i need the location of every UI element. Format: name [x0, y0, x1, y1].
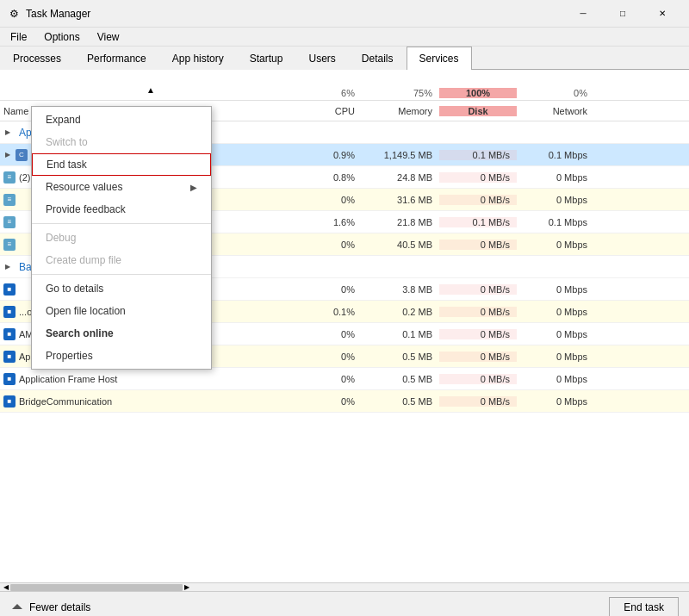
ctx-switch-to: Switch to	[32, 131, 211, 153]
svc4-memory: 0.5 MB	[362, 396, 439, 407]
svc3-network: 0 Mbps	[517, 374, 594, 384]
bg2-network: 0 Mbps	[517, 307, 594, 317]
svc1-memory: 0.1 MB	[362, 329, 439, 339]
row1-cpu: 0.9%	[301, 150, 362, 160]
ctx-end-task[interactable]: End task	[32, 153, 211, 176]
svc4-disk: 0 MB/s	[439, 396, 517, 407]
row2-icon: ≡	[3, 171, 16, 184]
ctx-properties[interactable]: Properties	[32, 345, 211, 367]
row3-disk: 0 MB/s	[439, 195, 517, 205]
sort-arrow[interactable]: ▲	[143, 81, 158, 98]
close-button[interactable]: ✕	[642, 0, 682, 28]
status-bar: Fewer details End task	[0, 591, 689, 616]
minimize-button[interactable]: ─	[563, 0, 603, 28]
tab-services[interactable]: Services	[407, 47, 472, 70]
svc2-memory: 0.5 MB	[362, 352, 439, 362]
stats-header: ▲ 6% 75% 100% 0%	[0, 70, 689, 101]
menu-view[interactable]: View	[90, 29, 127, 45]
stats-empty: ▲	[0, 81, 301, 98]
ctx-resource-values[interactable]: Resource values ▶	[32, 176, 211, 198]
tab-startup[interactable]: Startup	[237, 47, 296, 70]
svc4-cpu: 0%	[301, 396, 362, 407]
apps-expand-arrow[interactable]: ▶	[3, 128, 12, 137]
row4-memory: 21.8 MB	[362, 217, 439, 227]
svc1-icon: ■	[3, 328, 16, 340]
bg-expand-arrow[interactable]: ▶	[3, 263, 12, 271]
row5-disk: 0 MB/s	[439, 240, 517, 250]
ctx-go-to-details[interactable]: Go to details	[32, 277, 211, 300]
svc3-cpu: 0%	[301, 374, 362, 384]
fewer-details-button[interactable]: Fewer details	[10, 600, 90, 614]
ctx-create-dump: Create dump file	[32, 249, 211, 271]
row4-icon: ≡	[3, 216, 16, 228]
row5-memory: 40.5 MB	[362, 240, 439, 250]
row2-memory: 24.8 MB	[362, 172, 439, 183]
col-cpu[interactable]: CPU	[301, 106, 362, 116]
menu-file[interactable]: File	[3, 29, 34, 45]
row4-network: 0.1 Mbps	[517, 217, 594, 227]
col-disk[interactable]: Disk	[439, 106, 517, 116]
row5-icon: ≡	[3, 239, 16, 251]
row1-memory: 1,149.5 MB	[362, 150, 439, 160]
bg1-memory: 3.8 MB	[362, 284, 439, 295]
col-network[interactable]: Network	[517, 106, 594, 116]
bg1-icon: ■	[3, 283, 16, 296]
ctx-separator1	[32, 223, 211, 224]
tab-app-history[interactable]: App history	[159, 47, 237, 70]
bg2-icon: ■	[3, 306, 16, 318]
row3-memory: 31.6 MB	[362, 195, 439, 205]
tab-users[interactable]: Users	[295, 47, 348, 70]
bg2-memory: 0.2 MB	[362, 307, 439, 317]
svc1-network: 0 Mbps	[517, 329, 594, 339]
tab-details[interactable]: Details	[349, 47, 407, 70]
fewer-details-icon	[10, 600, 24, 614]
window-controls: ─ □ ✕	[563, 0, 682, 28]
row5-network: 0 Mbps	[517, 240, 594, 250]
bg-section-label: Ba	[16, 261, 32, 273]
resource-values-arrow: ▶	[190, 183, 197, 192]
svc4-icon: ■	[3, 395, 16, 408]
svc3-disk: 0 MB/s	[439, 374, 517, 384]
tab-performance[interactable]: Performance	[74, 47, 159, 70]
row3-cpu: 0%	[301, 195, 362, 205]
scroll-right-arrow[interactable]: ▶	[183, 583, 191, 592]
ctx-provide-feedback[interactable]: Provide feedback	[32, 198, 211, 221]
col-memory[interactable]: Memory	[362, 106, 439, 116]
scroll-left-arrow[interactable]: ◀	[2, 583, 10, 592]
bg1-network: 0 Mbps	[517, 284, 594, 295]
cpu-stat: 6%	[301, 88, 362, 98]
bg2-cpu: 0.1%	[301, 307, 362, 317]
tab-bar: Processes Performance App history Startu…	[0, 47, 689, 70]
ctx-search-online[interactable]: Search online	[32, 322, 211, 345]
svc3-icon: ■	[3, 373, 16, 385]
svg-marker-0	[12, 604, 22, 609]
menu-options[interactable]: Options	[37, 29, 86, 45]
horizontal-scrollbar[interactable]: ◀ ▶	[0, 582, 689, 591]
window-title: Task Manager	[26, 8, 563, 20]
row1-icon: C	[16, 149, 28, 161]
process-row[interactable]: ■ BridgeCommunication 0% 0.5 MB 0 MB/s 0…	[0, 390, 689, 413]
menu-bar: File Options View	[0, 28, 689, 47]
svc1-disk: 0 MB/s	[439, 329, 517, 339]
row2-disk: 0 MB/s	[439, 172, 517, 183]
ctx-debug: Debug	[32, 227, 211, 249]
row4-cpu: 1.6%	[301, 217, 362, 227]
main-content: ▲ 6% 75% 100% 0% Name CPU Memory Disk Ne…	[0, 70, 689, 582]
end-task-button[interactable]: End task	[609, 597, 679, 617]
bg2-disk: 0 MB/s	[439, 307, 517, 317]
row2-cpu: 0.8%	[301, 172, 362, 183]
tab-processes[interactable]: Processes	[0, 47, 74, 70]
svc4-network: 0 Mbps	[517, 396, 594, 407]
row1-expand[interactable]: ▶	[3, 151, 12, 159]
app-icon: ⚙	[7, 7, 21, 21]
process-row[interactable]: ■ Application Frame Host 0% 0.5 MB 0 MB/…	[0, 368, 689, 390]
row3-network: 0 Mbps	[517, 195, 594, 205]
svc2-icon: ■	[3, 351, 16, 363]
memory-stat: 75%	[362, 88, 439, 98]
ctx-expand[interactable]: Expand	[32, 109, 211, 131]
disk-stat: 100%	[439, 88, 517, 98]
ctx-open-file-location[interactable]: Open file location	[32, 300, 211, 322]
maximize-button[interactable]: □	[603, 0, 642, 28]
scroll-thumb[interactable]	[10, 584, 183, 591]
bg1-cpu: 0%	[301, 284, 362, 295]
